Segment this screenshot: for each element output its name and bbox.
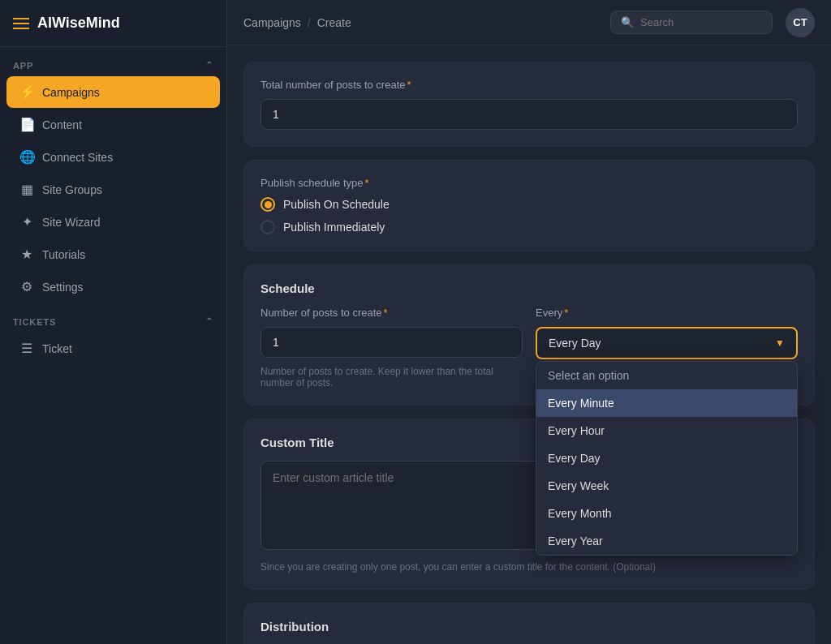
- search-bar[interactable]: 🔍: [610, 11, 773, 34]
- sidebar-item-site-wizard[interactable]: ✦ Site Wizard: [6, 206, 220, 238]
- tutorials-icon: ★: [19, 247, 34, 262]
- radio-immediately[interactable]: Publish Immediately: [260, 220, 798, 234]
- dropdown-option-placeholder[interactable]: Select an option: [536, 362, 797, 389]
- topbar: Campaigns / Create 🔍 CT: [227, 0, 831, 45]
- content-area: Total number of posts to create* Publish…: [227, 45, 831, 644]
- app-nav: ⚡ Campaigns 📄 Content 🌐 Connect Sites ▦ …: [0, 75, 226, 303]
- sidebar-item-content[interactable]: 📄 Content: [6, 109, 220, 140]
- content-icon: 📄: [19, 117, 34, 132]
- dropdown-option-every-hour[interactable]: Every Hour: [536, 417, 797, 444]
- schedule-right: Every* Every Day ▼ Select an option Ever…: [536, 307, 798, 359]
- connect-sites-icon: 🌐: [19, 149, 34, 165]
- main-panel: Campaigns / Create 🔍 CT Total number of …: [227, 0, 831, 644]
- sidebar-item-site-groups[interactable]: ▦ Site Groups: [6, 174, 220, 205]
- sidebar-item-ticket[interactable]: ☰ Ticket: [6, 333, 220, 364]
- settings-icon: ⚙: [19, 279, 34, 294]
- radio-immediately-label: Publish Immediately: [283, 221, 385, 234]
- radio-on-schedule[interactable]: Publish On Schedule: [260, 197, 798, 212]
- avatar: CT: [786, 8, 815, 37]
- distribution-section-title: Distribution: [260, 620, 798, 633]
- every-select[interactable]: Every Day ▼: [536, 327, 798, 359]
- schedule-row: Number of posts to create* Number of pos…: [260, 307, 798, 389]
- total-posts-label: Total number of posts to create*: [260, 79, 798, 91]
- breadcrumb-separator: /: [308, 16, 311, 29]
- campaigns-icon: ⚡: [19, 84, 34, 100]
- selected-value: Every Day: [549, 337, 601, 350]
- every-dropdown: Select an option Every Minute Every Hour…: [536, 361, 798, 556]
- radio-on-schedule-label: Publish On Schedule: [283, 198, 390, 211]
- sidebar-item-label: Site Groups: [42, 183, 102, 196]
- search-input[interactable]: [640, 16, 762, 28]
- sidebar-item-label: Campaigns: [42, 86, 100, 99]
- schedule-card: Schedule Number of posts to create* Numb…: [243, 264, 815, 406]
- radio-circle-immediately: [260, 220, 275, 234]
- sidebar-item-label: Site Wizard: [42, 216, 101, 229]
- sidebar-item-label: Content: [42, 118, 82, 131]
- sidebar-header: AIWiseMind: [0, 0, 226, 47]
- dropdown-option-every-year[interactable]: Every Year: [536, 527, 797, 555]
- dropdown-option-every-minute[interactable]: Every Minute: [536, 389, 797, 417]
- sidebar-item-label: Tutorials: [42, 248, 85, 261]
- breadcrumb-create: Create: [317, 16, 351, 29]
- schedule-type-radio-group: Publish On Schedule Publish Immediately: [260, 197, 798, 234]
- total-posts-input[interactable]: [260, 99, 798, 130]
- ticket-icon: ☰: [19, 341, 34, 356]
- breadcrumb: Campaigns / Create: [243, 16, 610, 29]
- sidebar-item-label: Ticket: [42, 342, 72, 355]
- schedule-left: Number of posts to create* Number of pos…: [260, 307, 523, 389]
- schedule-type-label: Publish schedule type*: [260, 177, 798, 189]
- dropdown-option-every-month[interactable]: Every Month: [536, 500, 797, 527]
- app-section-label: APP ⌃: [0, 47, 226, 75]
- sidebar-item-connect-sites[interactable]: 🌐 Connect Sites: [6, 141, 220, 173]
- site-groups-icon: ▦: [19, 182, 34, 197]
- schedule-type-card: Publish schedule type* Publish On Schedu…: [243, 160, 815, 251]
- schedule-section-title: Schedule: [260, 281, 798, 295]
- dropdown-option-every-day[interactable]: Every Day: [536, 444, 797, 472]
- sidebar-item-tutorials[interactable]: ★ Tutorials: [6, 238, 220, 270]
- distribution-card: Distribution Post to WordPress Automatic…: [243, 603, 815, 644]
- hamburger-icon[interactable]: [13, 18, 29, 29]
- every-label: Every*: [536, 307, 798, 319]
- tickets-nav: ☰ Ticket: [0, 332, 226, 365]
- search-icon: 🔍: [621, 16, 634, 28]
- sidebar-item-label: Settings: [42, 281, 84, 294]
- sidebar-item-campaigns[interactable]: ⚡ Campaigns: [6, 76, 220, 108]
- radio-inner-on-schedule: [265, 201, 272, 208]
- posts-hint: Number of posts to create. Keep it lower…: [260, 366, 523, 389]
- total-posts-card: Total number of posts to create*: [243, 62, 815, 147]
- breadcrumb-campaigns[interactable]: Campaigns: [243, 16, 301, 29]
- custom-title-hint: Since you are creating only one post, yo…: [260, 561, 798, 573]
- site-wizard-icon: ✦: [19, 214, 34, 230]
- sidebar: AIWiseMind APP ⌃ ⚡ Campaigns 📄 Content 🌐…: [0, 0, 227, 644]
- dropdown-option-every-week[interactable]: Every Week: [536, 472, 797, 500]
- chevron-down-icon: ▼: [775, 337, 785, 349]
- schedule-posts-input[interactable]: [260, 327, 523, 358]
- tickets-section-label: TICKETS ⌃: [0, 303, 226, 332]
- app-title: AIWiseMind: [37, 15, 120, 32]
- radio-circle-on-schedule: [260, 197, 275, 212]
- posts-count-label: Number of posts to create*: [260, 307, 523, 319]
- sidebar-item-label: Connect Sites: [42, 151, 113, 164]
- sidebar-item-settings[interactable]: ⚙ Settings: [6, 271, 220, 303]
